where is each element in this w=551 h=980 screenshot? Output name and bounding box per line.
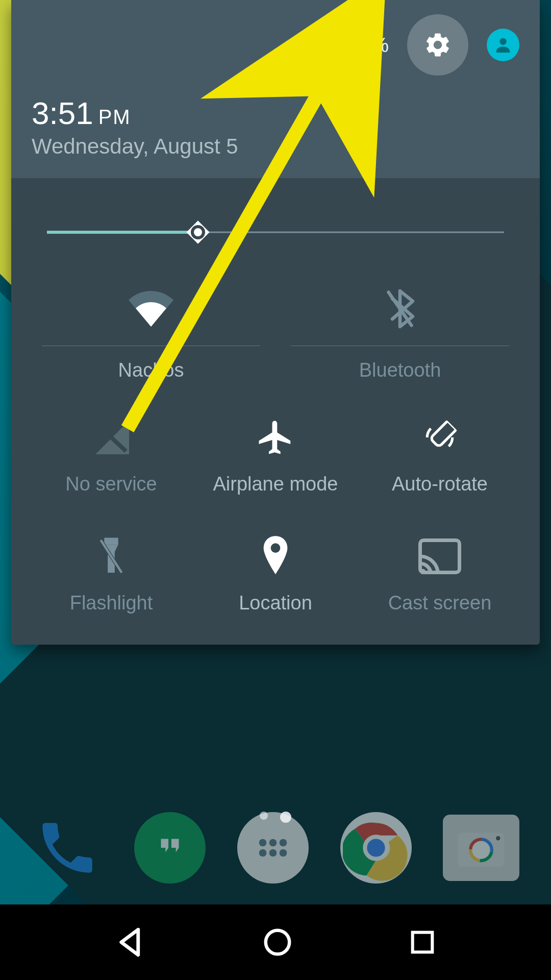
- clock-date: Wednesday, August 5: [32, 134, 519, 159]
- battery-status[interactable]: 65%: [325, 33, 389, 57]
- tile-label: Flashlight: [70, 592, 153, 614]
- svg-point-13: [420, 569, 426, 575]
- flashlight-off-icon: [97, 536, 126, 577]
- tile-flashlight[interactable]: Flashlight: [42, 536, 181, 614]
- svg-point-16: [280, 839, 287, 847]
- svg-point-3: [499, 38, 506, 45]
- location-icon: [261, 536, 290, 577]
- brightness-thumb[interactable]: [184, 218, 212, 247]
- navigation-bar: [0, 904, 551, 980]
- tile-label: Location: [239, 592, 312, 614]
- clock-ampm: PM: [98, 106, 131, 128]
- tile-autorotate[interactable]: Auto-rotate: [370, 417, 509, 495]
- nav-back[interactable]: [114, 925, 148, 959]
- app-phone[interactable]: [32, 812, 103, 884]
- svg-point-14: [259, 839, 267, 847]
- battery-percent: 65%: [348, 34, 389, 57]
- person-icon: [493, 35, 513, 55]
- svg-rect-2: [327, 43, 339, 57]
- gear-icon: [423, 31, 452, 59]
- tile-label: Nachos: [118, 359, 184, 381]
- quick-settings-panel: 65% 3:51PM: [11, 0, 540, 645]
- svg-point-18: [269, 849, 277, 857]
- slider-fill: [47, 231, 198, 234]
- clock-block[interactable]: 3:51PM Wednesday, August 5: [32, 95, 519, 159]
- svg-point-11: [271, 543, 281, 553]
- bluetooth-off-icon: [385, 288, 415, 329]
- tile-bluetooth[interactable]: Bluetooth: [291, 288, 509, 381]
- tile-wifi[interactable]: Nachos: [42, 288, 260, 381]
- svg-point-25: [496, 836, 500, 840]
- brightness-slider[interactable]: [47, 217, 504, 248]
- settings-button[interactable]: [407, 14, 468, 76]
- svg-point-17: [259, 849, 267, 857]
- battery-icon: [325, 33, 341, 57]
- nav-recent[interactable]: [408, 927, 437, 957]
- svg-rect-27: [412, 933, 432, 952]
- tile-label: No service: [65, 473, 157, 495]
- wifi-icon: [129, 288, 173, 329]
- cast-icon: [418, 536, 462, 577]
- svg-point-15: [269, 839, 277, 847]
- user-avatar[interactable]: [487, 29, 519, 61]
- svg-point-26: [266, 930, 290, 954]
- airplane-icon: [256, 417, 295, 458]
- tile-cellular[interactable]: No service: [42, 417, 181, 495]
- tile-label: Bluetooth: [359, 359, 441, 381]
- panel-header: 65% 3:51PM: [11, 0, 540, 178]
- svg-rect-8: [104, 538, 118, 545]
- tile-label: Auto-rotate: [392, 473, 488, 495]
- tile-cast[interactable]: Cast screen: [370, 536, 509, 614]
- app-hangouts[interactable]: [134, 812, 206, 884]
- app-drawer[interactable]: [237, 812, 309, 884]
- tile-label: Cast screen: [388, 592, 492, 614]
- app-camera[interactable]: [443, 815, 519, 881]
- rotate-icon: [419, 417, 461, 458]
- tile-airplane[interactable]: Airplane mode: [206, 417, 345, 495]
- svg-point-19: [280, 849, 287, 857]
- tile-location[interactable]: Location: [206, 536, 345, 614]
- svg-rect-4: [186, 220, 209, 243]
- tile-label: Airplane mode: [213, 473, 338, 495]
- cell-signal-off-icon: [92, 417, 130, 458]
- clock-time: 3:51: [32, 95, 93, 131]
- dock: [0, 799, 551, 896]
- app-chrome[interactable]: [340, 812, 412, 884]
- nav-home[interactable]: [262, 926, 293, 958]
